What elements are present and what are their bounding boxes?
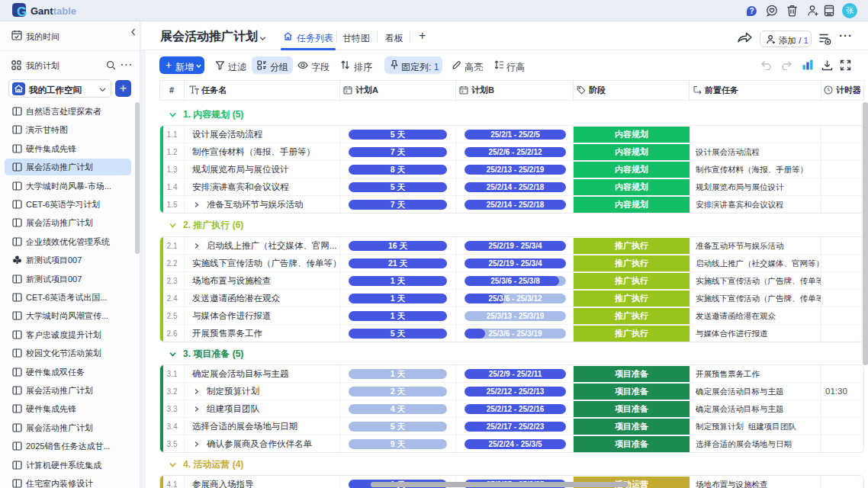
svg-text:?: ?: [750, 7, 754, 15]
svg-text:G: G: [17, 5, 27, 19]
